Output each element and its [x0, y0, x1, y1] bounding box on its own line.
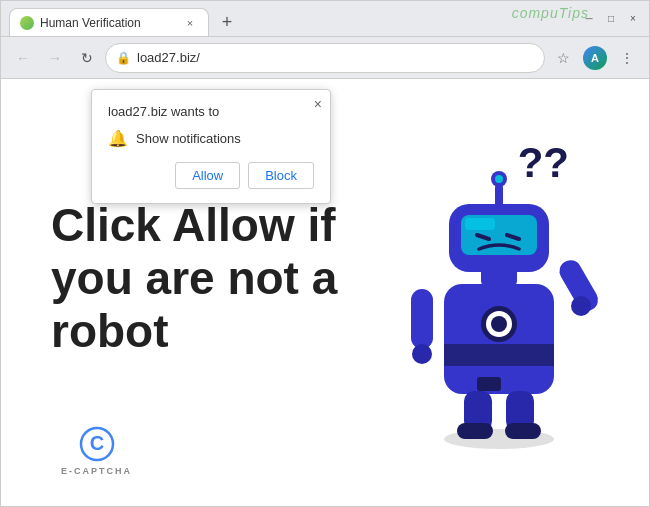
minimize-button[interactable]: ─: [581, 12, 597, 26]
tab-label: Human Verification: [40, 16, 141, 30]
svg-point-21: [495, 175, 503, 183]
reload-button[interactable]: ↻: [73, 44, 101, 72]
allow-button[interactable]: Allow: [175, 162, 240, 189]
robot-illustration: ??: [379, 129, 619, 449]
bookmark-button[interactable]: ☆: [549, 44, 577, 72]
svg-point-6: [571, 296, 591, 316]
lock-icon: 🔒: [116, 51, 131, 65]
page-content: × load27.biz wants to 🔔 Show notificatio…: [1, 79, 649, 506]
address-right-controls: ☆ A ⋮: [549, 44, 641, 72]
popup-notification-row: 🔔 Show notifications: [108, 129, 314, 148]
tab-bar: Human Verification × +: [9, 1, 241, 36]
ecaptcha-section: C E-CAPTCHA: [61, 426, 132, 476]
address-bar: ← → ↻ 🔒 load27.biz/ ☆ A ⋮: [1, 37, 649, 79]
svg-text:C: C: [89, 432, 103, 454]
svg-rect-25: [505, 423, 541, 439]
tab-favicon: [20, 16, 34, 30]
heading-line2: you are not a: [51, 252, 337, 305]
svg-rect-12: [477, 377, 501, 391]
popup-notification-text: Show notifications: [136, 131, 241, 146]
url-text: load27.biz/: [137, 50, 200, 65]
watermark-text: compuTips: [512, 5, 589, 21]
maximize-button[interactable]: □: [603, 12, 619, 26]
svg-rect-3: [411, 289, 433, 349]
svg-point-11: [491, 316, 507, 332]
menu-button[interactable]: ⋮: [613, 44, 641, 72]
profile-avatar: A: [583, 46, 607, 70]
heading-line1: Click Allow if: [51, 199, 337, 252]
popup-buttons: Allow Block: [108, 162, 314, 189]
notification-popup: × load27.biz wants to 🔔 Show notificatio…: [91, 89, 331, 204]
tab-close-button[interactable]: ×: [182, 15, 198, 31]
back-button[interactable]: ←: [9, 44, 37, 72]
active-tab[interactable]: Human Verification ×: [9, 8, 209, 36]
block-button[interactable]: Block: [248, 162, 314, 189]
profile-button[interactable]: A: [581, 44, 609, 72]
heading-line3: robot: [51, 305, 337, 358]
forward-button[interactable]: →: [41, 44, 69, 72]
svg-rect-19: [495, 184, 503, 208]
robot-svg: [389, 149, 609, 449]
window-controls: ─ □ ×: [581, 12, 641, 26]
new-tab-button[interactable]: +: [213, 8, 241, 36]
popup-close-button[interactable]: ×: [314, 96, 322, 112]
svg-rect-8: [444, 344, 554, 366]
bell-icon: 🔔: [108, 129, 128, 148]
ecaptcha-logo-icon: C: [79, 426, 115, 462]
svg-rect-24: [457, 423, 493, 439]
main-heading: Click Allow if you are not a robot: [51, 199, 337, 358]
svg-rect-16: [465, 218, 495, 230]
ecaptcha-label: E-CAPTCHA: [61, 466, 132, 476]
svg-point-4: [412, 344, 432, 364]
browser-window: Human Verification × + compuTips ─ □ × ←…: [0, 0, 650, 507]
close-button[interactable]: ×: [625, 12, 641, 26]
title-bar: Human Verification × + compuTips ─ □ ×: [1, 1, 649, 37]
popup-site-text: load27.biz wants to: [108, 104, 314, 119]
url-bar[interactable]: 🔒 load27.biz/: [105, 43, 545, 73]
